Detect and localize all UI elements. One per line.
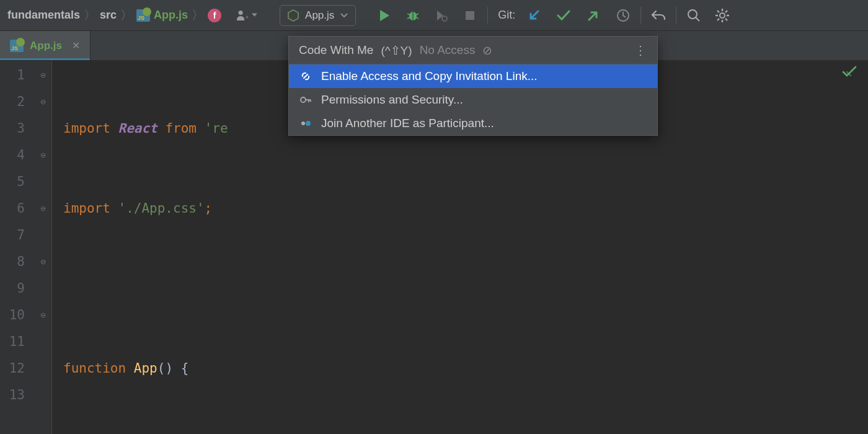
line-number: 6 [0,195,25,222]
breadcrumb-project[interactable]: fundamentals [7,9,80,22]
no-access-icon: ⊘ [482,43,492,58]
menu-join-ide[interactable]: Join Another IDE as Participant... [289,112,657,135]
toolbar-divider [487,7,488,24]
js-file-icon: JS [136,9,150,22]
stop-button [461,7,479,24]
svg-line-6 [416,14,418,15]
tab-label: App.js [30,40,62,52]
chevron-right-icon: 〉 [190,7,205,24]
tab-appjs[interactable]: JS App.js ✕ [0,31,91,60]
fold-toggle[interactable]: ⊖ [35,89,51,115]
fold-gutter: ⊖ ⊖ ⊖ ⊖ ⊖ ⊖ [35,61,52,434]
function-icon: f [208,9,221,22]
popup-shortcut: (^⇧Y) [381,43,412,58]
line-number: 4 [0,142,25,169]
svg-point-0 [239,11,243,15]
svg-point-14 [720,13,725,18]
toolbar: fundamentals 〉 src 〉 JS App.js 〉 f + App… [0,0,868,31]
popup-header: Code With Me (^⇧Y) No Access ⊘ ⋮ [289,37,657,64]
run-button[interactable] [376,7,393,24]
join-icon [299,117,312,130]
link-icon [299,70,312,82]
chevron-down-icon [252,13,257,18]
breadcrumb-file[interactable]: JS App.js [136,9,188,22]
line-number: 8 [0,249,25,275]
code-with-me-popup: Code With Me (^⇧Y) No Access ⊘ ⋮ Enable … [288,36,658,136]
line-number-gutter: 1 2 3 4 5 6 7 8 9 10 11 12 13 [0,61,35,434]
line-number: 10 [0,302,25,329]
breadcrumb-function[interactable]: f [208,9,221,22]
line-number: 11 [0,329,25,355]
more-icon[interactable]: ⋮ [634,43,647,58]
toolbar-divider [640,7,641,24]
menu-item-label: Enable Access and Copy Invitation Link..… [321,69,538,83]
svg-rect-10 [466,11,474,20]
svg-line-5 [407,14,410,15]
inspection-ok-icon[interactable] [842,66,857,78]
fold-toggle[interactable]: ⊖ [35,142,51,169]
line-number: 7 [0,222,25,249]
svg-point-23 [301,97,306,102]
git-commit-button[interactable] [555,7,572,24]
toolbar-divider [676,7,676,24]
chevron-down-icon [340,13,348,18]
svg-line-21 [717,19,719,20]
fold-toggle[interactable]: ⊖ [35,62,51,89]
line-number: 5 [0,169,25,195]
undo-button[interactable] [650,7,667,24]
search-button[interactable] [685,7,702,24]
git-history-button[interactable] [614,7,632,24]
line-number: 3 [0,115,25,142]
run-coverage-button[interactable] [433,7,450,24]
svg-line-19 [717,11,719,12]
line-number: 12 [0,355,25,382]
popup-title: Code With Me [299,43,373,57]
svg-point-27 [301,122,305,125]
line-number: 13 [0,382,25,409]
line-number: 9 [0,275,25,302]
svg-line-7 [407,17,410,19]
breadcrumb-folder[interactable]: src [100,9,117,22]
menu-item-label: Permissions and Security... [321,93,463,107]
line-number: 2 [0,89,25,115]
js-file-icon: JS [10,40,24,52]
breadcrumb-file-label: App.js [154,9,188,22]
menu-permissions[interactable]: Permissions and Security... [289,88,657,112]
svg-point-12 [688,10,697,19]
git-push-button[interactable] [585,7,602,24]
svg-point-9 [442,16,447,21]
chevron-right-icon: 〉 [119,7,134,24]
key-icon [299,94,312,106]
svg-marker-2 [288,10,298,21]
chevron-right-icon: 〉 [82,7,97,24]
line-number: 1 [0,62,25,89]
fold-toggle[interactable]: ⊖ [35,195,51,222]
svg-line-8 [416,17,418,19]
svg-line-20 [725,19,727,20]
debug-button[interactable] [404,7,422,24]
menu-item-label: Join Another IDE as Participant... [321,117,494,130]
settings-button[interactable] [714,7,731,24]
fold-toggle[interactable]: ⊖ [35,302,51,329]
svg-text:+: + [246,14,249,20]
nodejs-icon [288,9,299,22]
run-config-selector[interactable]: App.js [280,5,356,26]
git-update-button[interactable] [525,7,542,24]
menu-enable-access[interactable]: Enable Access and Copy Invitation Link..… [289,64,657,88]
git-label: Git: [498,9,515,22]
svg-line-13 [696,17,699,21]
breadcrumbs: fundamentals 〉 src 〉 JS App.js 〉 f [7,7,221,24]
popup-status: No Access [420,43,476,57]
code-with-me-button[interactable]: + [236,7,257,24]
fold-toggle[interactable]: ⊖ [35,249,51,275]
svg-line-22 [725,11,727,12]
close-icon[interactable]: ✕ [72,40,80,51]
run-config-label: App.js [305,9,334,22]
